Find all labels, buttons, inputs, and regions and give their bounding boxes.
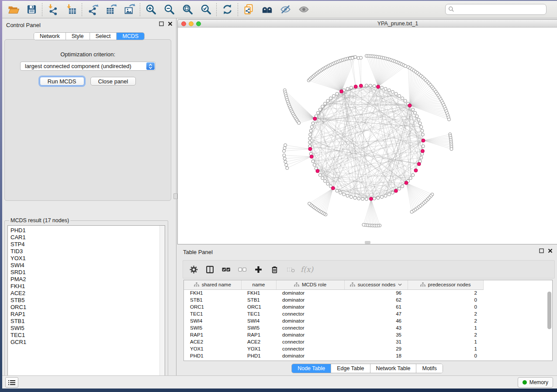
- network-window-titlebar[interactable]: YPA_prune.txt_1: [178, 20, 557, 28]
- mcds-result-item[interactable]: TEC1: [10, 332, 165, 339]
- column-header-predecessor-nodes[interactable]: predecessor nodes: [408, 280, 483, 289]
- tab-edge-table[interactable]: Edge Table: [331, 364, 370, 373]
- tab-network[interactable]: Network: [34, 33, 66, 40]
- cell-mcds-role[interactable]: dominator: [276, 317, 344, 324]
- window-maximize-icon[interactable]: [196, 21, 201, 26]
- zoom-selected-icon[interactable]: [197, 2, 215, 17]
- mcds-list-scrollbar[interactable]: [159, 226, 165, 380]
- save-session-icon[interactable]: [22, 2, 41, 17]
- cell-shared-name[interactable]: ORC1: [184, 303, 241, 310]
- cell-shared-name[interactable]: YOX1: [184, 345, 241, 352]
- column-header-mcds-role[interactable]: MCDS role: [276, 280, 344, 289]
- duplicate-network-icon[interactable]: [239, 2, 258, 17]
- table-row[interactable]: ORC1 ORC1 dominator 61 0: [184, 303, 552, 310]
- tab-style[interactable]: Style: [66, 33, 90, 40]
- cell-shared-name[interactable]: ACE2: [184, 338, 241, 345]
- open-file-icon[interactable]: [4, 2, 22, 17]
- mcds-result-item[interactable]: GCR1: [10, 339, 165, 346]
- cell-shared-name[interactable]: PHD1: [184, 352, 241, 359]
- optimization-criterion-select[interactable]: largest connected component (undirected): [20, 62, 156, 71]
- cell-successor-nodes[interactable]: 35: [344, 331, 408, 338]
- mcds-result-item[interactable]: TID3: [10, 248, 165, 255]
- cell-predecessor-nodes[interactable]: 2: [408, 289, 483, 296]
- mcds-result-item[interactable]: ACE2: [10, 290, 165, 297]
- delete-table-icon[interactable]: [284, 263, 297, 276]
- cell-successor-nodes[interactable]: 46: [344, 317, 408, 324]
- cell-predecessor-nodes[interactable]: 0: [408, 303, 483, 310]
- table-row[interactable]: TEC1 TEC1 connector 47 2: [184, 310, 552, 317]
- first-neighbors-icon[interactable]: [258, 2, 276, 17]
- cell-successor-nodes[interactable]: 31: [344, 338, 408, 345]
- export-table-icon[interactable]: [102, 2, 120, 17]
- cell-predecessor-nodes[interactable]: 1: [408, 338, 483, 345]
- cell-mcds-role[interactable]: dominator: [276, 352, 344, 359]
- mcds-result-item[interactable]: STP4: [10, 241, 165, 248]
- cell-name[interactable]: STB1: [241, 296, 276, 303]
- cell-successor-nodes[interactable]: 61: [344, 303, 408, 310]
- cell-shared-name[interactable]: SWI4: [184, 317, 241, 324]
- run-mcds-button[interactable]: Run MCDS: [40, 77, 84, 86]
- cell-successor-nodes[interactable]: 62: [344, 296, 408, 303]
- cell-mcds-role[interactable]: connector: [276, 324, 344, 331]
- import-table-icon[interactable]: [62, 2, 80, 17]
- table-row[interactable]: SWI5 SWI5 connector 43 1: [184, 324, 552, 331]
- hide-selected-icon[interactable]: [276, 2, 294, 17]
- cell-mcds-role[interactable]: dominator: [276, 289, 344, 296]
- search-input[interactable]: [445, 4, 547, 15]
- column-header-successor-nodes[interactable]: successor nodes: [344, 280, 408, 289]
- mcds-result-item[interactable]: ORC1: [10, 304, 165, 311]
- tab-select[interactable]: Select: [90, 33, 117, 40]
- cell-shared-name[interactable]: SWI5: [184, 324, 241, 331]
- mcds-result-item[interactable]: SWI5: [10, 325, 165, 332]
- refresh-view-icon[interactable]: [218, 2, 236, 17]
- cell-successor-nodes[interactable]: 29: [344, 345, 408, 352]
- cell-successor-nodes[interactable]: 47: [344, 310, 408, 317]
- mcds-result-item[interactable]: CAR1: [10, 234, 165, 241]
- mcds-result-item[interactable]: STB5: [10, 297, 165, 304]
- import-network-icon[interactable]: [44, 2, 62, 17]
- cell-successor-nodes[interactable]: 96: [344, 289, 408, 296]
- function-builder-icon[interactable]: f(x): [301, 265, 313, 274]
- cell-mcds-role[interactable]: connector: [276, 310, 344, 317]
- cell-shared-name[interactable]: TEC1: [184, 310, 241, 317]
- table-scrollbar-thumb[interactable]: [547, 292, 551, 329]
- zoom-out-icon[interactable]: [160, 2, 178, 17]
- cell-name[interactable]: TEC1: [241, 310, 276, 317]
- export-network-icon[interactable]: [83, 2, 102, 17]
- cell-mcds-role[interactable]: dominator: [276, 303, 344, 310]
- cell-successor-nodes[interactable]: 18: [344, 352, 408, 359]
- window-close-icon[interactable]: [181, 21, 186, 26]
- table-row[interactable]: YOX1 YOX1 connector 29 1: [184, 345, 552, 352]
- panel-splitter-grip[interactable]: [173, 193, 177, 199]
- tab-node-table[interactable]: Node Table: [292, 364, 331, 373]
- export-image-icon[interactable]: [120, 2, 138, 17]
- tab-motifs[interactable]: Motifs: [416, 364, 442, 373]
- mcds-result-item[interactable]: PMA2: [10, 276, 165, 283]
- add-column-icon[interactable]: [252, 263, 264, 276]
- cell-mcds-role[interactable]: dominator: [276, 331, 344, 338]
- zoom-fit-icon[interactable]: [178, 2, 197, 17]
- cell-name[interactable]: RAP1: [241, 331, 276, 338]
- table-row[interactable]: STB1 STB1 dominator 62 0: [184, 296, 552, 303]
- mcds-result-item[interactable]: PHD1: [10, 227, 165, 234]
- table-row[interactable]: FKH1 FKH1 dominator 96 2: [184, 289, 552, 296]
- cell-predecessor-nodes[interactable]: 1: [408, 324, 483, 331]
- task-history-button[interactable]: [5, 377, 18, 388]
- cell-shared-name[interactable]: STB1: [184, 296, 241, 303]
- cell-predecessor-nodes[interactable]: 0: [408, 352, 483, 359]
- cell-shared-name[interactable]: FKH1: [184, 289, 241, 296]
- column-header-name[interactable]: name: [241, 280, 276, 289]
- cell-name[interactable]: PHD1: [241, 352, 276, 359]
- close-panel-button[interactable]: Close panel: [90, 77, 136, 86]
- show-all-icon[interactable]: [294, 2, 313, 17]
- cell-name[interactable]: FKH1: [241, 289, 276, 296]
- cell-predecessor-nodes[interactable]: 0: [408, 296, 483, 303]
- cell-name[interactable]: YOX1: [241, 345, 276, 352]
- mcds-result-item[interactable]: SRD1: [10, 269, 165, 276]
- tab-network-table[interactable]: Network Table: [370, 364, 417, 373]
- table-scrollbar[interactable]: [547, 291, 552, 360]
- window-minimize-icon[interactable]: [189, 21, 194, 26]
- mcds-result-item[interactable]: STB1: [10, 318, 165, 325]
- table-row[interactable]: SWI4 SWI4 dominator 46 2: [184, 317, 552, 324]
- select-all-columns-icon[interactable]: [220, 263, 232, 276]
